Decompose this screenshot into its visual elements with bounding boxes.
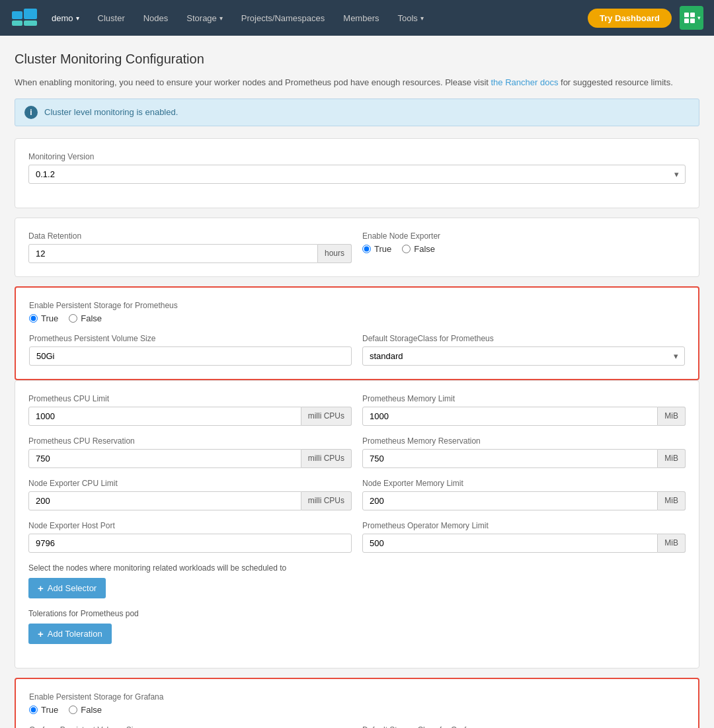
- node-exporter-cpu-limit-input[interactable]: 200: [28, 491, 301, 510]
- prometheus-cpu-limit-label: Prometheus CPU Limit: [28, 394, 352, 403]
- monitoring-version-select-wrapper: 0.1.2: [28, 165, 686, 184]
- nav-tools[interactable]: Tools ▾: [389, 9, 431, 27]
- prometheus-memory-reservation-label: Prometheus Memory Reservation: [362, 436, 686, 446]
- app-grid-icon[interactable]: ▾: [680, 6, 703, 30]
- grafana-persistent-false-label[interactable]: False: [69, 705, 102, 715]
- nav-storage[interactable]: Storage ▾: [178, 9, 231, 27]
- node-exporter-true-label[interactable]: True: [362, 244, 391, 254]
- prometheus-cpu-limit-col: Prometheus CPU Limit 1000 milli CPUs: [28, 394, 352, 426]
- data-retention-input[interactable]: 12: [28, 244, 318, 263]
- prometheus-persistent-false-label[interactable]: False: [69, 313, 102, 323]
- logo[interactable]: [11, 6, 38, 30]
- select-nodes-label: Select the nodes where monitoring relate…: [28, 563, 686, 573]
- nav-cluster[interactable]: Cluster: [90, 9, 133, 27]
- svg-rect-7: [690, 19, 695, 23]
- grafana-pv-row: Grafana Persistent Volume Size 10Gi Defa…: [29, 725, 685, 729]
- page-description: When enabling monitoring, you need to en…: [15, 76, 699, 89]
- prometheus-persistent-storage-label: Enable Persistent Storage for Prometheus: [29, 301, 685, 310]
- prometheus-persistent-true-radio[interactable]: [29, 314, 38, 323]
- grafana-persistent-true-label[interactable]: True: [29, 705, 58, 715]
- prometheus-operator-memory-limit-unit: MiB: [658, 534, 686, 553]
- prometheus-memory-limit-col: Prometheus Memory Limit 1000 MiB: [362, 394, 686, 426]
- prometheus-storageclass-select[interactable]: standard: [362, 346, 685, 366]
- add-toleration-button[interactable]: + Add Toleration: [28, 624, 112, 644]
- nav-members[interactable]: Members: [335, 9, 387, 27]
- add-selector-button[interactable]: + Add Selector: [28, 578, 106, 598]
- nav-dropdown-arrow: ▾: [697, 15, 701, 21]
- prometheus-memory-reservation-group: 750 MiB: [362, 449, 686, 468]
- prometheus-memory-limit-group: 1000 MiB: [362, 407, 686, 426]
- node-exporter-false-label[interactable]: False: [402, 244, 435, 254]
- data-retention-col: Data Retention 12 hours: [28, 231, 352, 263]
- node-exporter-true-radio[interactable]: [362, 245, 371, 253]
- node-exporter-limits-row: Node Exporter CPU Limit 200 milli CPUs N…: [28, 479, 686, 510]
- prometheus-memory-limit-input[interactable]: 1000: [362, 407, 658, 426]
- node-exporter-cpu-limit-label: Node Exporter CPU Limit: [28, 479, 352, 488]
- prometheus-memory-limit-unit: MiB: [658, 407, 686, 426]
- prometheus-persistent-storage-radio-group: True False: [29, 313, 685, 323]
- nav-demo[interactable]: demo ▾: [44, 9, 87, 27]
- toleration-group: Tolerations for Prometheus pod + Add Tol…: [28, 609, 686, 644]
- prometheus-pv-size-input[interactable]: 50Gi: [29, 346, 352, 366]
- svg-rect-0: [12, 11, 22, 19]
- prometheus-persistent-true-label[interactable]: True: [29, 313, 58, 323]
- prometheus-persistent-false-radio[interactable]: [69, 314, 77, 323]
- prometheus-persistent-storage-group: Enable Persistent Storage for Prometheus…: [29, 301, 685, 323]
- node-exporter-memory-limit-col: Node Exporter Memory Limit 200 MiB: [362, 479, 686, 510]
- try-dashboard-button[interactable]: Try Dashboard: [588, 9, 672, 28]
- rancher-docs-link[interactable]: the Rancher docs: [491, 77, 559, 87]
- prometheus-cpu-reservation-input[interactable]: 750: [28, 449, 301, 468]
- logo-icon: [11, 6, 38, 30]
- chevron-down-icon: ▾: [76, 15, 79, 22]
- node-exporter-false-radio[interactable]: [402, 245, 411, 253]
- svg-rect-6: [684, 19, 689, 23]
- tolerations-label: Tolerations for Prometheus pod: [28, 609, 686, 618]
- data-retention-label: Data Retention: [28, 231, 352, 241]
- selector-group: Select the nodes where monitoring relate…: [28, 563, 686, 598]
- node-exporter-memory-limit-unit: MiB: [658, 491, 686, 510]
- prometheus-cpu-limit-input[interactable]: 1000: [28, 407, 301, 426]
- grafana-persistent-false-radio[interactable]: [69, 706, 77, 714]
- prometheus-cpu-reservation-label: Prometheus CPU Reservation: [28, 436, 352, 446]
- prometheus-memory-reservation-col: Prometheus Memory Reservation 750 MiB: [362, 436, 686, 468]
- info-banner: i Cluster level monitoring is enabled.: [15, 99, 699, 126]
- svg-rect-3: [24, 20, 37, 26]
- grafana-persistent-storage-section: Enable Persistent Storage for Grafana Tr…: [15, 678, 699, 729]
- enable-node-exporter-col: Enable Node Exporter True False: [362, 231, 686, 263]
- chevron-down-icon: ▾: [219, 15, 223, 22]
- grafana-storageclass-label: Default StorageClass for Grafana: [362, 725, 685, 729]
- prometheus-pv-row: Prometheus Persistent Volume Size 50Gi D…: [29, 334, 685, 366]
- data-retention-row: Data Retention 12 hours Enable Node Expo…: [28, 231, 686, 263]
- grafana-persistent-storage-radio-group: True False: [29, 705, 685, 715]
- prometheus-cpu-reservation-group: 750 milli CPUs: [28, 449, 352, 468]
- grafana-persistent-storage-label: Enable Persistent Storage for Grafana: [29, 692, 685, 702]
- grafana-persistent-true-radio[interactable]: [29, 706, 38, 714]
- grafana-pv-size-col: Grafana Persistent Volume Size 10Gi: [29, 725, 352, 729]
- monitoring-version-section: Monitoring Version 0.1.2: [15, 138, 699, 208]
- node-exporter-cpu-limit-group: 200 milli CPUs: [28, 491, 352, 510]
- data-retention-unit: hours: [318, 244, 352, 263]
- content-area: Cluster Monitoring Configuration When en…: [7, 36, 707, 728]
- monitoring-version-label: Monitoring Version: [28, 152, 686, 161]
- prometheus-pv-size-col: Prometheus Persistent Volume Size 50Gi: [29, 334, 352, 366]
- svg-rect-4: [684, 13, 689, 17]
- nav-nodes[interactable]: Nodes: [136, 9, 177, 27]
- prometheus-operator-memory-limit-input[interactable]: 500: [362, 534, 658, 553]
- data-retention-section: Data Retention 12 hours Enable Node Expo…: [15, 218, 699, 277]
- prometheus-cpu-limit-unit: milli CPUs: [301, 407, 352, 426]
- node-exporter-host-port-col: Node Exporter Host Port 9796: [28, 521, 352, 553]
- nav-projects-namespaces[interactable]: Projects/Namespaces: [233, 9, 333, 27]
- node-exporter-host-port-input[interactable]: 9796: [28, 534, 352, 553]
- node-exporter-memory-limit-group: 200 MiB: [362, 491, 686, 510]
- prometheus-limits-row: Prometheus CPU Limit 1000 milli CPUs Pro…: [28, 394, 686, 426]
- prometheus-cpu-limit-group: 1000 milli CPUs: [28, 407, 352, 426]
- node-exporter-memory-limit-input[interactable]: 200: [362, 491, 658, 510]
- plus-icon: +: [38, 583, 44, 594]
- monitoring-version-select[interactable]: 0.1.2: [28, 165, 686, 184]
- svg-rect-2: [24, 9, 37, 19]
- grafana-storageclass-col: Default StorageClass for Grafana standar…: [362, 725, 685, 729]
- prometheus-memory-limit-label: Prometheus Memory Limit: [362, 394, 686, 403]
- grafana-persistent-storage-group: Enable Persistent Storage for Grafana Tr…: [29, 692, 685, 715]
- prometheus-memory-reservation-input[interactable]: 750: [362, 449, 658, 468]
- node-exporter-host-port-label: Node Exporter Host Port: [28, 521, 352, 530]
